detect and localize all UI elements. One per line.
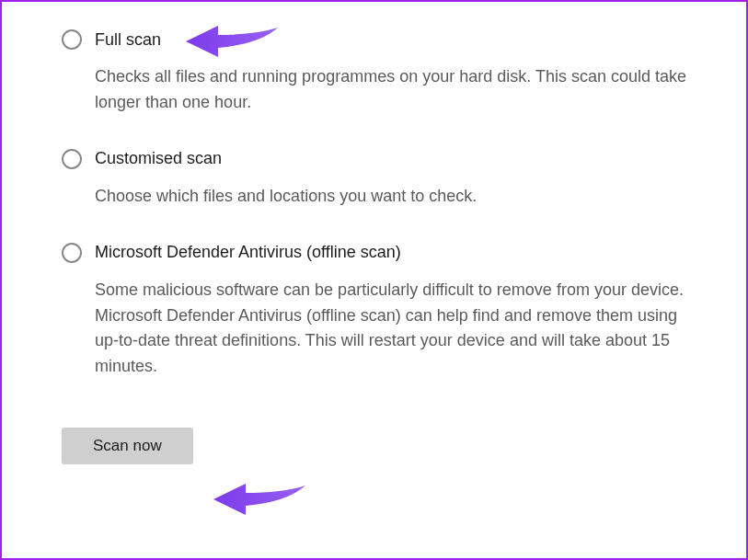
desc-offline-scan: Some malicious software can be particula… xyxy=(95,278,696,381)
radio-full-scan[interactable] xyxy=(62,29,82,50)
radio-custom-scan[interactable] xyxy=(62,149,82,169)
label-offline-scan: Microsoft Defender Antivirus (offline sc… xyxy=(95,243,401,262)
scan-options-panel: Full scan Checks all files and running p… xyxy=(2,2,746,492)
label-full-scan: Full scan xyxy=(95,30,161,50)
radio-offline-scan[interactable] xyxy=(62,243,82,263)
scan-now-button[interactable]: Scan now xyxy=(62,428,193,464)
option-custom-scan: Customised scan Choose which files and l… xyxy=(62,149,696,210)
desc-custom-scan: Choose which files and locations you wan… xyxy=(95,184,696,210)
label-custom-scan: Customised scan xyxy=(95,149,222,168)
option-full-scan: Full scan Checks all files and running p… xyxy=(62,29,696,116)
option-offline-scan: Microsoft Defender Antivirus (offline sc… xyxy=(62,243,696,381)
desc-full-scan: Checks all files and running programmes … xyxy=(95,64,696,116)
